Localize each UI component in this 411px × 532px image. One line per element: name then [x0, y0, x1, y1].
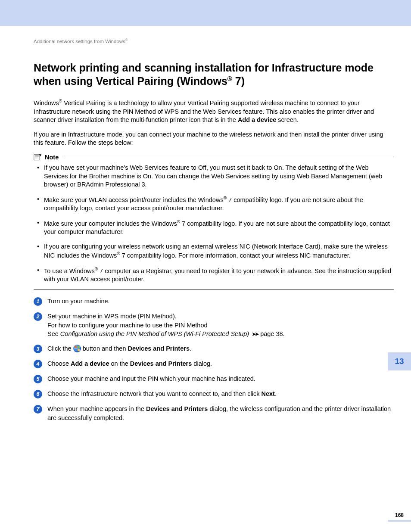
text: If you have set your machine's Web Servi…: [44, 164, 382, 188]
step-text: When your machine appears in the Devices…: [47, 404, 394, 422]
step-3: 3 Click the button and then Devices and …: [34, 344, 394, 353]
step-1: 1 Turn on your machine.: [34, 297, 394, 306]
step-number-badge: 6: [34, 390, 42, 398]
step-number-badge: 3: [34, 345, 42, 353]
step-text: Choose your machine and input the PIN wh…: [47, 374, 394, 383]
step-text: Turn on your machine.: [47, 297, 394, 305]
text: .: [190, 345, 191, 352]
text: dialog.: [192, 360, 212, 367]
add-a-device-label: Add a device: [71, 360, 109, 367]
text: Vertical Pairing is a technology to allo…: [34, 100, 374, 123]
note-header: Note: [34, 153, 394, 161]
step-number-badge: 1: [34, 297, 42, 306]
step-number-badge: 4: [34, 360, 42, 368]
breadcrumb-text: Additional network settings from Windows: [34, 39, 125, 44]
text: Windows: [34, 100, 59, 106]
devices-and-printers-label: Devices and Printers: [146, 405, 208, 412]
next-label: Next: [262, 390, 275, 397]
windows-start-orb-icon: [73, 345, 81, 352]
registered-mark: ®: [117, 251, 120, 256]
text: For how to configure your machine to use…: [47, 322, 208, 329]
text: See: [47, 330, 60, 337]
chapter-number: 13: [395, 357, 404, 366]
step-text: Choose Add a device on the Devices and P…: [47, 359, 394, 368]
page-content: Additional network settings from Windows…: [0, 26, 411, 437]
text: Make sure your computer includes the Win…: [44, 220, 177, 227]
svg-rect-0: [34, 154, 40, 160]
text: button and then: [81, 345, 128, 352]
page-number-block: 168: [388, 512, 411, 522]
text: Click the: [47, 345, 73, 352]
reference-arrow-icon: ➤➤: [252, 330, 258, 338]
note-item: Make sure your computer includes the Win…: [44, 219, 394, 236]
note-item: Make sure your WLAN access point/router …: [44, 195, 394, 213]
step-number-badge: 5: [34, 375, 42, 383]
step-number-badge: 7: [34, 405, 42, 414]
note-list: If you have set your machine's Web Servi…: [36, 164, 394, 284]
top-banner: [0, 0, 411, 26]
text: Choose: [47, 360, 71, 367]
text: When your machine appears in the: [47, 405, 146, 412]
title-part1: Network printing and scanning installati…: [34, 62, 374, 87]
step-7: 7 When your machine appears in the Devic…: [34, 404, 394, 422]
registered-mark: ®: [95, 267, 98, 271]
page-title: Network printing and scanning installati…: [34, 61, 394, 88]
step-4: 4 Choose Add a device on the Devices and…: [34, 359, 394, 368]
step-5: 5 Choose your machine and input the PIN …: [34, 374, 394, 383]
page-number-bar: [388, 520, 411, 522]
step-text: Click the button and then Devices and Pr…: [47, 344, 394, 353]
text: 7 compatibility logo. For more informati…: [120, 252, 351, 259]
step-text: Choose the Infrastructure network that y…: [47, 389, 394, 398]
cross-reference: Configuration using the PIN Method of WP…: [60, 330, 249, 337]
note-item: To use a Windows® 7 computer as a Regist…: [44, 266, 394, 284]
text: Choose the Infrastructure network that y…: [47, 390, 262, 397]
registered-mark: ®: [224, 196, 227, 200]
title-part2: 7): [232, 75, 245, 87]
note-header-rule: [65, 157, 394, 157]
devices-and-printers-label: Devices and Printers: [128, 345, 189, 352]
intro-paragraph-1: Windows® Vertical Pairing is a technolog…: [34, 98, 394, 124]
step-text: Set your machine in WPS mode (PIN Method…: [47, 312, 394, 338]
breadcrumb: Additional network settings from Windows…: [34, 38, 394, 44]
note-item: If you have set your machine's Web Servi…: [44, 164, 394, 189]
registered-mark: ®: [177, 219, 180, 224]
note-icon: [34, 153, 42, 161]
text: .: [275, 390, 277, 397]
text: Set your machine in WPS mode (PIN Method…: [47, 313, 177, 320]
registered-mark: ®: [227, 75, 232, 82]
devices-and-printers-label: Devices and Printers: [130, 360, 192, 367]
text: on the: [109, 360, 130, 367]
note-item: If you are configuring your wireless net…: [44, 243, 394, 260]
note-block: Note If you have set your machine's Web …: [34, 153, 394, 290]
text: Make sure your WLAN access point/router …: [44, 196, 224, 203]
add-a-device-label: Add a device: [238, 116, 276, 123]
text: screen.: [276, 116, 299, 123]
registered-mark: ®: [125, 38, 128, 42]
note-end-rule: [34, 289, 394, 290]
text: To use a Windows: [44, 267, 95, 274]
text: page 38.: [258, 330, 284, 337]
note-label: Note: [45, 154, 59, 161]
page-number: 168: [388, 512, 411, 518]
step-6: 6 Choose the Infrastructure network that…: [34, 389, 394, 398]
intro-paragraph-2: If you are in Infrastructure mode, you c…: [34, 131, 394, 147]
chapter-tab: 13: [388, 352, 411, 370]
step-2: 2 Set your machine in WPS mode (PIN Meth…: [34, 312, 394, 338]
step-number-badge: 2: [34, 312, 42, 321]
steps-list: 1 Turn on your machine. 2 Set your machi…: [34, 297, 394, 422]
